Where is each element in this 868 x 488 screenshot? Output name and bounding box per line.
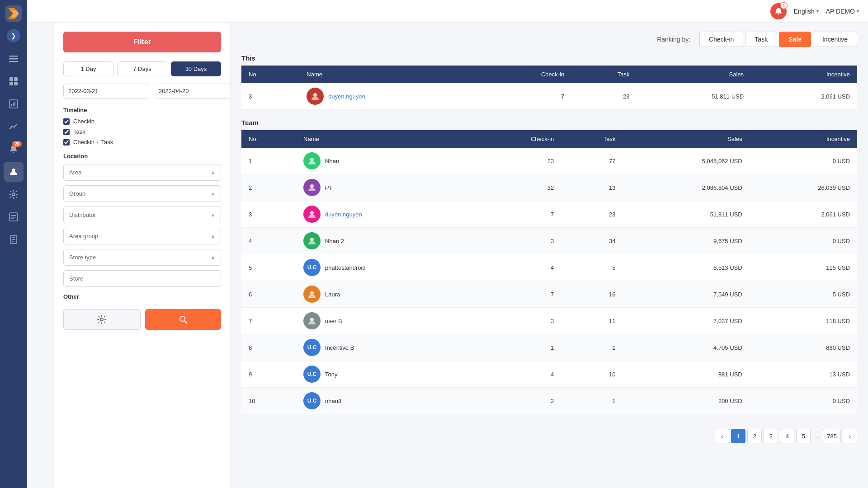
sidebar-item-users[interactable] bbox=[4, 162, 24, 182]
avatar: U.C bbox=[303, 366, 321, 383]
task-label: Task bbox=[73, 128, 85, 135]
checkin-task-checkbox[interactable] bbox=[63, 139, 70, 145]
sidebar-item-notifications[interactable]: 20 bbox=[4, 139, 24, 159]
store-type-dropdown[interactable]: Store type ▲ bbox=[63, 249, 221, 266]
area-group-dropdown[interactable]: Area group ▲ bbox=[63, 228, 221, 244]
day-1-button[interactable]: 1 Day bbox=[63, 61, 113, 76]
user-menu[interactable]: AP DEMO ▾ bbox=[826, 8, 859, 15]
cell-no: 1 bbox=[241, 148, 296, 174]
svg-line-26 bbox=[184, 321, 187, 324]
sidebar-toggle[interactable]: ❯ bbox=[7, 29, 20, 42]
table-row: 9 U.C Tony 4 10 881 USD 13 USD bbox=[241, 361, 857, 388]
main-panel: Ranking by: Check-in Task Sale Incentive… bbox=[231, 23, 868, 488]
cell-incentive: 0 USD bbox=[750, 148, 857, 174]
checkin-task-checkbox-row: Checkin + Task bbox=[63, 139, 221, 145]
group-label: Group bbox=[69, 190, 85, 197]
sidebar-item-docs[interactable] bbox=[4, 230, 24, 249]
tab-checkin[interactable]: Check-in bbox=[699, 32, 743, 47]
day-30-button[interactable]: 30 Days bbox=[171, 61, 221, 76]
user-link[interactable]: duyen.nguyen bbox=[328, 93, 365, 100]
cell-task: 5 bbox=[561, 254, 623, 281]
page-1-button[interactable]: 1 bbox=[731, 429, 745, 443]
sidebar-item-list[interactable] bbox=[4, 207, 24, 227]
page-prev-button[interactable]: ‹ bbox=[715, 429, 729, 443]
cell-no: 4 bbox=[241, 228, 296, 254]
table-row: 3 duyen.nguyen 7 23 51,811 USD 2,061 USD bbox=[241, 83, 857, 110]
col-incentive: Incentive bbox=[751, 66, 857, 83]
language-selector[interactable]: English ▾ bbox=[794, 8, 819, 15]
tab-sale[interactable]: Sale bbox=[779, 32, 811, 47]
sidebar-item-dashboard[interactable] bbox=[4, 71, 24, 91]
language-label: English bbox=[794, 8, 815, 15]
table-row: 1 Nhan 23 77 5,045,062 USD 0 USD bbox=[241, 148, 857, 174]
checkin-task-label: Checkin + Task bbox=[73, 139, 113, 145]
settings-filter-button[interactable] bbox=[63, 309, 141, 330]
tab-task[interactable]: Task bbox=[745, 32, 777, 47]
avatar bbox=[303, 179, 321, 196]
day-7-button[interactable]: 7 Days bbox=[117, 61, 167, 76]
cell-task: 11 bbox=[561, 308, 623, 334]
page-last-button[interactable]: 785 bbox=[823, 429, 841, 443]
svg-point-32 bbox=[310, 291, 314, 295]
svg-rect-5 bbox=[9, 61, 18, 62]
pagination: ‹ 1 2 3 4 5 ... 785 › bbox=[241, 423, 857, 449]
cell-checkin: 32 bbox=[474, 174, 561, 201]
sidebar-item-reports[interactable] bbox=[4, 94, 24, 114]
ranking-tabs: Check-in Task Sale Incentive bbox=[699, 32, 857, 47]
cell-sales: 7,549 USD bbox=[623, 281, 749, 308]
svg-rect-9 bbox=[14, 82, 18, 85]
sidebar-item-analytics[interactable] bbox=[4, 117, 24, 136]
cell-sales: 51,811 USD bbox=[637, 83, 751, 110]
area-dropdown[interactable]: Area ▲ bbox=[63, 164, 221, 181]
svg-rect-7 bbox=[14, 77, 18, 81]
cell-no: 5 bbox=[241, 254, 296, 281]
table-row: 7 user B 3 11 7,037 USD 118 USD bbox=[241, 308, 857, 334]
cell-task: 16 bbox=[561, 281, 623, 308]
page-3-button[interactable]: 3 bbox=[764, 429, 778, 443]
cell-incentive: 2,061 USD bbox=[750, 201, 857, 228]
store-input[interactable] bbox=[63, 270, 221, 287]
sidebar-item-settings[interactable] bbox=[4, 184, 24, 204]
user-name: PT bbox=[325, 184, 333, 191]
cell-name: U.C Tony bbox=[296, 361, 474, 388]
cell-incentive: 13 USD bbox=[750, 361, 857, 388]
svg-point-15 bbox=[12, 193, 15, 196]
svg-point-27 bbox=[313, 93, 317, 97]
sidebar-item-menu[interactable] bbox=[4, 49, 24, 69]
search-button[interactable] bbox=[145, 309, 222, 330]
task-checkbox[interactable] bbox=[63, 129, 70, 135]
app-logo bbox=[5, 5, 23, 23]
cell-name: U.C nhan8 bbox=[296, 388, 474, 414]
date-to-input[interactable] bbox=[154, 84, 231, 99]
svg-point-14 bbox=[12, 169, 15, 172]
notification-bell[interactable]: 1 bbox=[770, 3, 787, 19]
page-5-button[interactable]: 5 bbox=[796, 429, 811, 443]
cell-no: 3 bbox=[241, 201, 296, 228]
date-from-input[interactable] bbox=[63, 84, 149, 99]
svg-rect-6 bbox=[9, 77, 13, 81]
user-name: Nhan 2 bbox=[325, 238, 344, 244]
cell-checkin: 7 bbox=[479, 83, 572, 110]
page-4-button[interactable]: 4 bbox=[780, 429, 794, 443]
cell-incentive: 115 USD bbox=[750, 254, 857, 281]
group-dropdown[interactable]: Group ▲ bbox=[63, 185, 221, 202]
avatar: U.C bbox=[303, 339, 321, 356]
filter-button[interactable]: Filter bbox=[63, 32, 221, 52]
user-name: Incentive B bbox=[325, 344, 354, 351]
col-task: Task bbox=[561, 130, 623, 148]
table-row: 8 U.C Incentive B 1 1 4,705 USD 880 USD bbox=[241, 334, 857, 361]
page-next-button[interactable]: › bbox=[843, 429, 857, 443]
sidebar: ❯ 20 bbox=[0, 0, 27, 488]
page-2-button[interactable]: 2 bbox=[747, 429, 762, 443]
distributor-dropdown[interactable]: Distributor ▲ bbox=[63, 206, 221, 223]
col-name: Name bbox=[296, 130, 474, 148]
user-label: AP DEMO bbox=[826, 8, 855, 15]
user-link[interactable]: duyen.nguyen bbox=[325, 211, 362, 218]
cell-name: Nhan 2 bbox=[296, 228, 474, 254]
cell-checkin: 7 bbox=[474, 281, 561, 308]
cell-task: 23 bbox=[561, 201, 623, 228]
tab-incentive[interactable]: Incentive bbox=[813, 32, 857, 47]
table-row: 2 PT 32 13 2,086,804 USD 26,039 USD bbox=[241, 174, 857, 201]
checkin-checkbox[interactable] bbox=[63, 118, 70, 125]
checkin-label: Checkin bbox=[73, 118, 94, 125]
